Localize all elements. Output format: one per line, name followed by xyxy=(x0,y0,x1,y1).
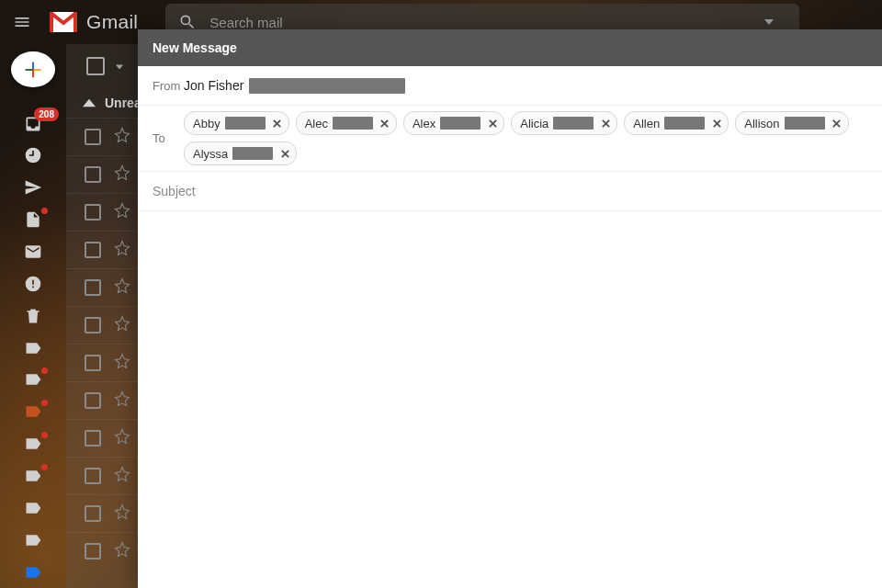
nav-all-mail[interactable] xyxy=(20,242,46,263)
recipient-chip[interactable]: Alex xyxy=(403,111,504,135)
star-icon[interactable] xyxy=(114,428,130,448)
recipient-chip-name: Abby xyxy=(193,117,220,130)
row-checkbox[interactable] xyxy=(85,279,101,296)
nav-inbox[interactable]: 208 xyxy=(20,113,46,134)
app-logo[interactable]: Gmail xyxy=(50,11,138,33)
svg-rect-3 xyxy=(32,62,34,68)
search-placeholder: Search mail xyxy=(209,15,764,30)
nav-label-3-dot xyxy=(41,400,48,406)
svg-rect-4 xyxy=(26,69,32,71)
recipient-chip-redacted xyxy=(333,117,373,130)
compose-subject-input[interactable] xyxy=(153,180,867,202)
svg-rect-2 xyxy=(74,12,77,32)
nav-spam[interactable] xyxy=(20,273,46,294)
recipient-chip-redacted xyxy=(785,117,825,130)
recipient-chip-remove-icon[interactable] xyxy=(598,116,613,130)
select-all-checkbox[interactable] xyxy=(86,57,105,75)
recipient-chip[interactable]: Alicia xyxy=(511,111,617,135)
nav-label-6[interactable] xyxy=(20,497,46,518)
recipient-chip-remove-icon[interactable] xyxy=(277,146,292,161)
recipient-chip-name: Alyssa xyxy=(193,147,228,161)
row-checkbox[interactable] xyxy=(85,468,101,484)
compose-from-label: From xyxy=(153,79,184,93)
nav-label-5[interactable] xyxy=(20,466,46,487)
compose-title-bar[interactable]: New Message xyxy=(138,29,882,66)
star-icon[interactable] xyxy=(114,315,130,335)
nav-snoozed[interactable] xyxy=(20,145,46,166)
search-options-caret-icon[interactable] xyxy=(764,14,786,30)
star-icon[interactable] xyxy=(114,164,130,185)
nav-label-8[interactable] xyxy=(20,561,46,582)
nav-trash[interactable] xyxy=(20,305,46,326)
star-icon[interactable] xyxy=(114,466,130,486)
search-icon xyxy=(178,13,197,31)
compose-recipient-chips: AbbyAlecAlexAliciaAllenAllisonAlyssa xyxy=(184,111,867,165)
row-checkbox[interactable] xyxy=(85,543,101,560)
gmail-logo-icon xyxy=(50,12,77,32)
nav-sent[interactable] xyxy=(20,177,46,198)
compose-body[interactable] xyxy=(138,211,882,588)
recipient-chip-remove-icon[interactable] xyxy=(709,116,724,130)
nav-label-5-dot xyxy=(41,464,48,470)
nav-drafts[interactable] xyxy=(20,209,46,231)
recipient-chip-redacted xyxy=(232,147,273,160)
compose-title: New Message xyxy=(153,40,237,55)
menu-icon[interactable] xyxy=(11,11,33,33)
compose-from-row[interactable]: From Jon Fisher xyxy=(138,66,882,106)
nav-inbox-badge: 208 xyxy=(34,107,59,121)
nav-label-2[interactable] xyxy=(20,369,46,390)
row-checkbox[interactable] xyxy=(85,355,101,371)
select-all-caret-icon[interactable] xyxy=(112,58,123,74)
star-icon[interactable] xyxy=(114,353,130,373)
recipient-chip-redacted xyxy=(553,117,594,130)
nav-label-2-dot xyxy=(41,368,48,374)
recipient-chip[interactable]: Allen xyxy=(624,111,729,135)
star-icon[interactable] xyxy=(114,390,130,411)
row-checkbox[interactable] xyxy=(85,242,101,258)
nav-label-4[interactable] xyxy=(20,434,46,455)
recipient-chip[interactable]: Alec xyxy=(296,111,397,135)
row-checkbox[interactable] xyxy=(85,317,101,334)
recipient-chip-redacted xyxy=(440,117,481,130)
row-checkbox[interactable] xyxy=(85,392,101,409)
compose-from-name: Jon Fisher xyxy=(184,78,243,93)
row-checkbox[interactable] xyxy=(85,430,101,447)
recipient-chip[interactable]: Alyssa xyxy=(184,141,297,165)
star-icon[interactable] xyxy=(114,277,130,298)
row-checkbox[interactable] xyxy=(85,204,101,220)
recipient-chip-name: Alex xyxy=(413,117,435,130)
nav-drafts-dot xyxy=(41,208,48,214)
svg-rect-5 xyxy=(34,69,40,71)
svg-rect-1 xyxy=(50,12,53,32)
nav-label-7[interactable] xyxy=(20,529,46,550)
compose-to-label: To xyxy=(153,131,184,145)
row-checkbox[interactable] xyxy=(85,166,101,183)
compose-from-email-redacted xyxy=(249,78,405,94)
recipient-chip-name: Allen xyxy=(633,117,660,130)
nav-label-4-dot xyxy=(41,432,48,438)
recipient-chip-remove-icon[interactable] xyxy=(270,116,285,130)
compose-subject-row[interactable] xyxy=(138,172,882,211)
recipient-chip-name: Alicia xyxy=(520,117,548,130)
recipient-chip-redacted xyxy=(225,117,266,130)
star-icon[interactable] xyxy=(114,202,130,222)
star-icon[interactable] xyxy=(114,541,130,561)
row-checkbox[interactable] xyxy=(85,505,101,522)
recipient-chip[interactable]: Abby xyxy=(184,111,289,135)
recipient-chip[interactable]: Allison xyxy=(735,111,848,135)
star-icon[interactable] xyxy=(114,503,130,524)
recipient-chip-remove-icon[interactable] xyxy=(830,116,844,130)
app-logo-text: Gmail xyxy=(86,11,138,33)
nav-label-1[interactable] xyxy=(20,337,46,358)
row-checkbox[interactable] xyxy=(85,129,101,145)
recipient-chip-remove-icon[interactable] xyxy=(378,116,392,130)
compose-button[interactable] xyxy=(11,51,55,87)
nav-rail: 208 xyxy=(0,44,66,588)
compose-to-row[interactable]: To AbbyAlecAlexAliciaAllenAllisonAlyssa xyxy=(138,106,882,172)
nav-label-3[interactable] xyxy=(20,401,46,423)
compose-window: New Message From Jon Fisher To AbbyAlecA… xyxy=(138,29,882,588)
star-icon[interactable] xyxy=(114,127,130,147)
recipient-chip-redacted xyxy=(664,117,705,130)
star-icon[interactable] xyxy=(114,240,130,260)
recipient-chip-remove-icon[interactable] xyxy=(485,116,500,130)
